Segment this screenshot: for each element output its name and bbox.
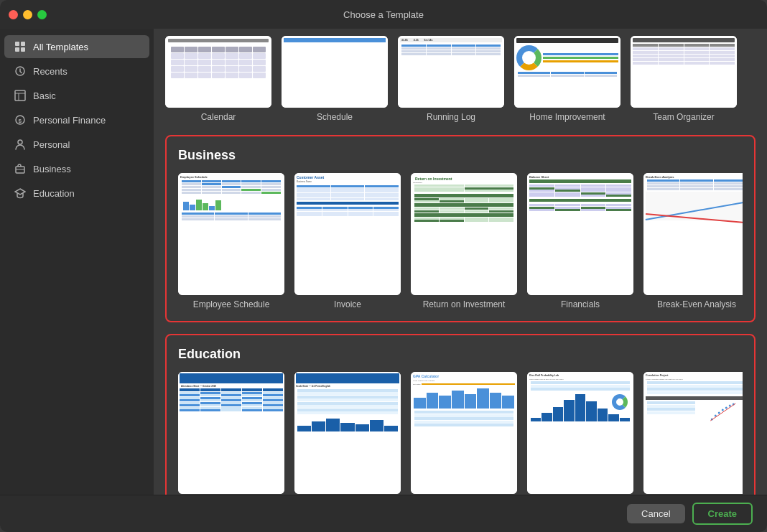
template-card-employee-schedule[interactable]: Employee Schedule — [178, 173, 284, 309]
svg-point-17 — [721, 409, 723, 411]
cancel-button[interactable]: Cancel — [627, 504, 684, 523]
template-card-roi[interactable]: Return on Investment Parameters — [411, 173, 517, 309]
close-button[interactable] — [9, 10, 18, 19]
template-card-schedule[interactable]: Schedule — [282, 36, 388, 122]
template-label-team-organizer: Team Organizer — [653, 112, 714, 122]
template-label-roi: Return on Investment — [423, 299, 506, 309]
svg-marker-13 — [15, 189, 25, 195]
template-label-running-log: Running Log — [427, 112, 475, 122]
template-card-financials[interactable]: Balance Sheet — [527, 173, 633, 309]
template-thumb-grade-book: Grade Book — 3rd Period English — [294, 372, 401, 494]
sidebar-label-basic: Basic — [33, 90, 56, 101]
grid-icon — [14, 41, 26, 52]
template-card-correlation-project[interactable]: Correlation Project Is there a correlati… — [643, 372, 743, 495]
svg-point-16 — [717, 411, 720, 414]
template-label-calendar: Calendar — [201, 112, 236, 122]
template-card-invoice[interactable]: Customer Asset Business Name — [294, 173, 401, 309]
titlebar-title: Choose a Template — [343, 9, 424, 20]
template-thumb-attendance: Attendance Sheet — October 2020 — [178, 372, 284, 494]
svg-rect-1 — [21, 42, 25, 46]
dollar-icon: $ — [14, 114, 26, 126]
svg-rect-0 — [15, 42, 19, 46]
person-icon — [14, 139, 26, 150]
svg-point-10 — [18, 140, 22, 144]
template-thumb-invoice: Customer Asset Business Name — [294, 173, 401, 295]
sidebar-item-all-templates[interactable]: All Templates — [4, 35, 149, 58]
template-label-break-even: Break-Even Analysis — [657, 299, 736, 309]
template-card-grade-book[interactable]: Grade Book — 3rd Period English — [294, 372, 401, 495]
top-scroll-row: Calendar — [165, 36, 756, 122]
template-card-home-improvement[interactable]: Home Improvement — [514, 36, 620, 122]
template-card-calendar[interactable]: Calendar — [165, 36, 271, 122]
briefcase-icon — [14, 163, 26, 174]
business-templates-row: Employee Schedule — [178, 173, 743, 309]
sidebar-item-education[interactable]: Education — [4, 182, 149, 205]
sidebar: All Templates Recents Basic — [0, 29, 154, 495]
template-card-probability-lab[interactable]: Dice Roll Probability Lab Which numbers … — [527, 372, 633, 495]
template-card-gpa[interactable]: GPA Calculator 3.456 Grade Point Average… — [411, 372, 517, 495]
template-label-employee-schedule: Employee Schedule — [193, 299, 270, 309]
svg-rect-3 — [21, 47, 25, 52]
create-button[interactable]: Create — [692, 503, 753, 525]
titlebar: Choose a Template — [0, 0, 767, 29]
sidebar-label-all-templates: All Templates — [33, 42, 88, 52]
template-card-running-log[interactable]: 31.85 4.35 6m 54s — [398, 36, 504, 122]
graduation-icon — [14, 187, 26, 199]
template-thumb-calendar — [165, 36, 271, 108]
sidebar-item-basic[interactable]: Basic — [4, 84, 149, 107]
template-thumb-employee-schedule: Employee Schedule — [178, 173, 284, 295]
section-title-education: Education — [178, 347, 743, 362]
template-thumb-roi: Return on Investment Parameters — [411, 173, 517, 295]
maximize-button[interactable] — [37, 10, 47, 19]
clock-icon — [14, 65, 26, 77]
education-templates-row: Attendance Sheet — October 2020 — [178, 372, 743, 495]
content-area[interactable]: Calendar — [154, 29, 767, 495]
svg-text:$: $ — [19, 118, 22, 124]
svg-line-21 — [710, 403, 735, 421]
sidebar-item-personal[interactable]: Personal — [4, 133, 149, 156]
sidebar-label-education: Education — [33, 188, 75, 199]
sidebar-item-recents[interactable]: Recents — [4, 60, 149, 83]
template-thumb-home-improvement — [514, 36, 620, 108]
svg-rect-2 — [15, 47, 19, 52]
template-thumb-probability-lab: Dice Roll Probability Lab Which numbers … — [527, 372, 633, 494]
main-layout: All Templates Recents Basic — [0, 29, 767, 495]
svg-point-18 — [725, 406, 727, 409]
template-thumb-gpa: GPA Calculator 3.456 Grade Point Average… — [411, 372, 517, 494]
template-card-team-organizer[interactable]: Team Organizer — [631, 36, 737, 122]
svg-rect-5 — [15, 90, 25, 101]
sidebar-item-business[interactable]: Business — [4, 157, 149, 180]
template-thumb-correlation-project: Correlation Project Is there a correlati… — [643, 372, 743, 494]
template-thumb-schedule — [282, 36, 388, 108]
section-business: Business Employee Schedule — [165, 135, 756, 322]
template-thumb-financials: Balance Sheet — [527, 173, 633, 295]
template-thumb-team-organizer — [631, 36, 737, 108]
sidebar-label-recents: Recents — [33, 66, 68, 77]
template-label-invoice: Invoice — [334, 299, 361, 309]
section-education: Education Attendance Sheet — October 202… — [165, 334, 756, 495]
template-thumb-running-log: 31.85 4.35 6m 54s — [398, 36, 504, 108]
template-thumb-break-even: Break-Even Analysis — [643, 173, 743, 295]
minimize-button[interactable] — [23, 10, 32, 19]
svg-point-19 — [728, 404, 730, 406]
sidebar-label-personal-finance: Personal Finance — [33, 115, 106, 126]
sidebar-label-personal: Personal — [33, 139, 70, 150]
template-label-home-improvement: Home Improvement — [529, 112, 605, 122]
template-label-financials: Financials — [561, 299, 600, 309]
template-label-schedule: Schedule — [317, 112, 353, 122]
window-controls — [9, 10, 47, 19]
template-card-break-even[interactable]: Break-Even Analysis — [643, 173, 743, 309]
bottom-bar: Cancel Create — [0, 495, 767, 532]
section-title-business: Business — [178, 148, 743, 163]
template-card-attendance[interactable]: Attendance Sheet — October 2020 — [178, 372, 284, 495]
table-icon — [14, 90, 26, 101]
sidebar-item-personal-finance[interactable]: $ Personal Finance — [4, 108, 149, 131]
sidebar-label-business: Business — [33, 164, 71, 174]
